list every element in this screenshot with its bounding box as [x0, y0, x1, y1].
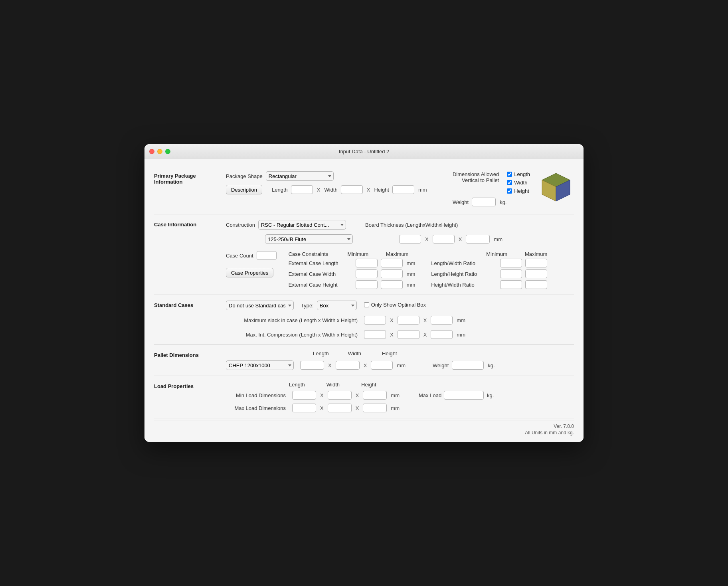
max-load-height[interactable]: 1345: [363, 404, 387, 412]
pkg-weight-unit: kg.: [500, 199, 506, 205]
constraints-unit3: mm: [407, 282, 415, 288]
lw-ratio-min[interactable]: 1: [500, 259, 522, 267]
constraints-unit2: mm: [407, 271, 415, 277]
lw-ratio-label: Length/Width Ratio: [431, 260, 497, 266]
int-x2: X: [423, 332, 427, 338]
description-button[interactable]: Description: [226, 185, 262, 194]
max-int-l[interactable]: 0: [364, 330, 386, 339]
hw-ratio-min[interactable]: 0.5: [500, 280, 522, 289]
only-show-optimal-checkbox[interactable]: [364, 302, 369, 307]
pallet-x1: X: [328, 362, 332, 368]
pallet-weight-input[interactable]: 30: [452, 361, 484, 370]
max-load-width[interactable]: 1000: [328, 404, 352, 412]
lh-ratio-max[interactable]: 3: [525, 269, 547, 278]
primary-package-section: Primary Package Information Package Shap…: [154, 166, 574, 214]
max-slack-l[interactable]: 25: [364, 316, 386, 325]
primary-package-label: Primary Package Information: [154, 173, 218, 185]
max-load-length[interactable]: 1200: [292, 404, 316, 412]
lh-ratio-min[interactable]: 0.5: [500, 269, 522, 278]
min-load-width[interactable]: 500: [328, 391, 352, 400]
main-window: Input Data - Untitled 2 Primary Package …: [144, 144, 584, 442]
ext-width-max[interactable]: 600: [381, 269, 403, 278]
standard-cases-select[interactable]: Do not use Standard cases Use Standard c…: [226, 301, 294, 310]
package-shape-label: Package Shape: [226, 173, 263, 179]
dim-width-row: Width: [507, 180, 530, 186]
max-load-input[interactable]: 1500: [444, 391, 484, 400]
height-label-pkg: Height: [374, 187, 389, 193]
pkg-weight-input[interactable]: 1: [472, 198, 496, 206]
flute-select[interactable]: 125-250#B Flute: [265, 234, 353, 244]
ext-height-max[interactable]: 600: [381, 280, 403, 289]
pallet-height-input[interactable]: 145: [371, 361, 393, 370]
min-load-unit: mm: [391, 392, 400, 398]
bt-height-input[interactable]: 12.70: [466, 235, 490, 244]
hw-ratio-max[interactable]: 3: [525, 280, 547, 289]
dims-allowed-label: Dimensions Allowed Vertical to Pallet: [453, 171, 499, 183]
construction-select[interactable]: RSC - Regular Slotted Cont...: [258, 220, 346, 230]
type-select[interactable]: Box Tray: [317, 301, 357, 310]
window-title: Input Data - Untitled 2: [339, 148, 389, 154]
ext-height-label: External Case Height: [289, 282, 352, 288]
dim-width-label: Width: [514, 180, 527, 186]
pallet-width-input[interactable]: 1000: [336, 361, 360, 370]
construction-label: Construction: [226, 222, 255, 228]
pallet-x2: X: [364, 362, 367, 368]
case-properties-button[interactable]: Case Properties: [226, 268, 273, 277]
units-note: All Units in mm and kg.: [154, 429, 574, 436]
ratio-max-label: Maximum: [525, 251, 547, 257]
dim-height-label: Height: [514, 188, 529, 194]
dim-width-checkbox[interactable]: [507, 180, 512, 185]
case-information-section: Case Information Construction RSC - Regu…: [154, 214, 574, 295]
dim-height-checkbox[interactable]: [507, 188, 512, 194]
slack-x2: X: [423, 317, 427, 323]
ext-length-max[interactable]: 600: [381, 259, 403, 267]
pallet-weight-unit: kg.: [488, 362, 495, 368]
pallet-length-input[interactable]: 1200: [300, 361, 324, 370]
pallet-select[interactable]: CHEP 1200x1000 EUR 1200x800 Custom: [226, 360, 294, 370]
footer: Ver. 7.0.0: [154, 420, 574, 429]
x-sep-2: X: [367, 187, 370, 193]
case-count-input[interactable]: 6: [257, 251, 277, 260]
pallet-width-header: Width: [348, 350, 361, 356]
traffic-lights: [149, 149, 170, 154]
max-slack-unit: mm: [457, 317, 465, 323]
max-int-w[interactable]: 0: [398, 330, 419, 339]
max-load-label2: Max Load: [419, 392, 441, 398]
bt-width-input[interactable]: 6.35: [433, 235, 455, 244]
package-shape-select[interactable]: Rectangular: [266, 171, 334, 181]
min-load-height[interactable]: 200: [363, 391, 387, 400]
package-3d-visual: [538, 171, 574, 208]
lw-ratio-max[interactable]: 3: [525, 259, 547, 267]
bt-x2: X: [459, 236, 462, 242]
load-height-header: Height: [361, 382, 376, 388]
max-load-unit: kg.: [487, 392, 494, 398]
case-count-label: Case Count: [226, 253, 253, 259]
dim-length-row: Length: [507, 171, 530, 177]
only-show-optimal-label: Only Show Optimal Box: [371, 302, 426, 308]
minimize-button[interactable]: [157, 149, 162, 154]
pkg-height-input[interactable]: 175: [392, 185, 414, 194]
pkg-width-input[interactable]: 113: [341, 185, 363, 194]
max-slack-h[interactable]: 25: [431, 316, 453, 325]
close-button[interactable]: [149, 149, 154, 154]
max-slack-w[interactable]: 25: [398, 316, 419, 325]
hw-ratio-label: Height/Width Ratio: [431, 282, 497, 288]
load-x2: X: [356, 392, 359, 398]
length-label-pkg: Length: [272, 187, 288, 193]
load-width-header: Width: [326, 382, 340, 388]
bt-length-input[interactable]: 6.35: [399, 235, 421, 244]
maximize-button[interactable]: [165, 149, 170, 154]
pkg-length-input[interactable]: 128: [291, 185, 313, 194]
ext-height-min[interactable]: 50: [356, 280, 378, 289]
min-load-label: Min Load Dimensions: [226, 392, 286, 398]
case-info-label: Case Information: [154, 222, 218, 228]
board-thickness-label: Board Thickness (LengthxWidthxHeight): [365, 222, 458, 228]
constraints-unit1: mm: [407, 260, 415, 266]
ext-length-min[interactable]: 50: [356, 259, 378, 267]
min-load-length[interactable]: 500: [292, 391, 316, 400]
max-int-h[interactable]: 0: [431, 330, 453, 339]
ext-width-min[interactable]: 50: [356, 269, 378, 278]
dim-length-checkbox[interactable]: [507, 172, 512, 177]
width-label-pkg: Width: [324, 187, 337, 193]
standard-cases-section: Standard Cases Do not use Standard cases…: [154, 295, 574, 345]
